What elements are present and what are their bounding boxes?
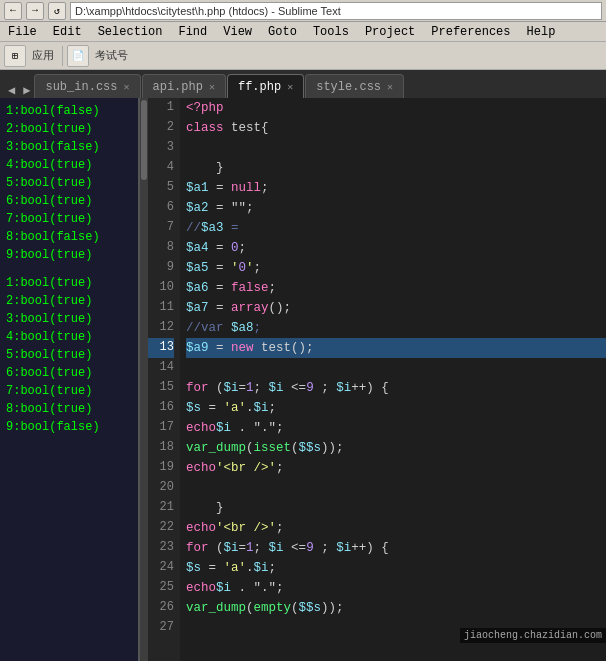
- tab-api-php[interactable]: api.php ✕: [142, 74, 226, 98]
- menu-view[interactable]: View: [215, 22, 260, 41]
- tab-label: api.php: [153, 80, 203, 94]
- output-section-1: 1:bool(false)2:bool(true)3:bool(false)4:…: [6, 102, 132, 264]
- line-number: 16: [148, 398, 174, 418]
- line-number: 25: [148, 578, 174, 598]
- url-bar[interactable]: [70, 2, 602, 20]
- menu-project[interactable]: Project: [357, 22, 423, 41]
- output-line: 1:bool(true): [6, 274, 132, 292]
- code-line[interactable]: var_dump(isset($$s));: [186, 438, 606, 458]
- output-line: 6:bool(true): [6, 192, 132, 210]
- line-number: 12: [148, 318, 174, 338]
- line-number: 15: [148, 378, 174, 398]
- menu-selection[interactable]: Selection: [90, 22, 171, 41]
- code-line[interactable]: $a2 = "";: [186, 198, 606, 218]
- code-line[interactable]: $a4 = 0;: [186, 238, 606, 258]
- code-line[interactable]: echo '<br />';: [186, 458, 606, 478]
- line-number: 11: [148, 298, 174, 318]
- line-number: 24: [148, 558, 174, 578]
- tab-label: ff.php: [238, 80, 281, 94]
- tab-style-css[interactable]: style.css ✕: [305, 74, 404, 98]
- output-line: 9:bool(false): [6, 418, 132, 436]
- line-number: 1: [148, 98, 174, 118]
- code-line[interactable]: //var $a8;: [186, 318, 606, 338]
- code-line[interactable]: $s = 'a'.$i;: [186, 558, 606, 578]
- left-panel: 1:bool(false)2:bool(true)3:bool(false)4:…: [0, 98, 140, 661]
- line-number: 18: [148, 438, 174, 458]
- code-line[interactable]: //$a3 =: [186, 218, 606, 238]
- back-button[interactable]: ←: [4, 2, 22, 20]
- menu-file[interactable]: File: [0, 22, 45, 41]
- content-area: 1:bool(false)2:bool(true)3:bool(false)4:…: [0, 98, 606, 661]
- line-number: 17: [148, 418, 174, 438]
- code-line[interactable]: $a9 = new test();: [186, 338, 606, 358]
- code-line[interactable]: class test{: [186, 118, 606, 138]
- code-line[interactable]: $a1 = null;: [186, 178, 606, 198]
- tab-sub-in-css[interactable]: sub_in.css ✕: [34, 74, 140, 98]
- output-line: 2:bool(true): [6, 120, 132, 138]
- line-number: 10: [148, 278, 174, 298]
- output-line: 1:bool(false): [6, 102, 132, 120]
- scroll-thumb[interactable]: [141, 100, 147, 180]
- scroll-bar[interactable]: [140, 98, 148, 661]
- menu-edit[interactable]: Edit: [45, 22, 90, 41]
- file-icon[interactable]: 📄: [67, 45, 89, 67]
- tab-label: sub_in.css: [45, 80, 117, 94]
- menu-help[interactable]: Help: [519, 22, 564, 41]
- code-line[interactable]: }: [186, 498, 606, 518]
- code-line[interactable]: <?php: [186, 98, 606, 118]
- line-number: 14: [148, 358, 174, 378]
- code-line[interactable]: for ($i=1; $i <=9 ; $i++) {: [186, 378, 606, 398]
- line-number: 21: [148, 498, 174, 518]
- line-number: 19: [148, 458, 174, 478]
- line-number: 27: [148, 618, 174, 638]
- code-line[interactable]: $s = 'a'.$i;: [186, 398, 606, 418]
- line-number: 8: [148, 238, 174, 258]
- code-line[interactable]: [186, 138, 606, 158]
- line-number: 23: [148, 538, 174, 558]
- line-number: 26: [148, 598, 174, 618]
- line-number: 6: [148, 198, 174, 218]
- line-number: 20: [148, 478, 174, 498]
- code-line[interactable]: [186, 478, 606, 498]
- menu-goto[interactable]: Goto: [260, 22, 305, 41]
- output-line: 5:bool(true): [6, 346, 132, 364]
- output-line: 3:bool(false): [6, 138, 132, 156]
- apps-icon[interactable]: ⊞: [4, 45, 26, 67]
- code-content[interactable]: <?php class test{ } $a1 = null; $a2 = ""…: [180, 98, 606, 661]
- code-line[interactable]: $a5 = '0';: [186, 258, 606, 278]
- output-section-2: 1:bool(true)2:bool(true)3:bool(true)4:bo…: [6, 274, 132, 436]
- tab-close-api-php[interactable]: ✕: [209, 81, 215, 93]
- code-line[interactable]: $a6 = false;: [186, 278, 606, 298]
- tab-prev[interactable]: ◀: [4, 83, 19, 98]
- tab-bar: ◀ ▶ sub_in.css ✕ api.php ✕ ff.php ✕ styl…: [0, 70, 606, 98]
- code-line[interactable]: $a7 = array();: [186, 298, 606, 318]
- tab-ff-php[interactable]: ff.php ✕: [227, 74, 304, 98]
- refresh-button[interactable]: ↺: [48, 2, 66, 20]
- menu-preferences[interactable]: Preferences: [423, 22, 518, 41]
- output-line: 6:bool(true): [6, 364, 132, 382]
- code-line[interactable]: var_dump(empty($$s));: [186, 598, 606, 618]
- toolbar-separator-1: [62, 46, 63, 66]
- tab-close-style-css[interactable]: ✕: [387, 81, 393, 93]
- tab-next[interactable]: ▶: [19, 83, 34, 98]
- toolbar-label-2: 考试号: [91, 48, 132, 63]
- code-line[interactable]: echo '<br />';: [186, 518, 606, 538]
- menu-find[interactable]: Find: [170, 22, 215, 41]
- tab-close-ff-php[interactable]: ✕: [287, 81, 293, 93]
- browser-chrome: ← → ↺: [0, 0, 606, 22]
- output-line: 3:bool(true): [6, 310, 132, 328]
- code-editor[interactable]: 1234567891011121314151617181920212223242…: [148, 98, 606, 661]
- line-numbers: 1234567891011121314151617181920212223242…: [148, 98, 180, 661]
- line-number: 5: [148, 178, 174, 198]
- menu-bar: File Edit Selection Find View Goto Tools…: [0, 22, 606, 42]
- watermark: jiaocheng.chazidian.com: [460, 628, 606, 643]
- code-line[interactable]: echo $i . ".";: [186, 578, 606, 598]
- forward-button[interactable]: →: [26, 2, 44, 20]
- code-line[interactable]: [186, 358, 606, 378]
- code-line[interactable]: }: [186, 158, 606, 178]
- code-line[interactable]: echo $i . ".";: [186, 418, 606, 438]
- output-line: 4:bool(true): [6, 328, 132, 346]
- tab-close-sub-in-css[interactable]: ✕: [123, 81, 129, 93]
- menu-tools[interactable]: Tools: [305, 22, 357, 41]
- code-line[interactable]: for ($i=1; $i <=9 ; $i++) {: [186, 538, 606, 558]
